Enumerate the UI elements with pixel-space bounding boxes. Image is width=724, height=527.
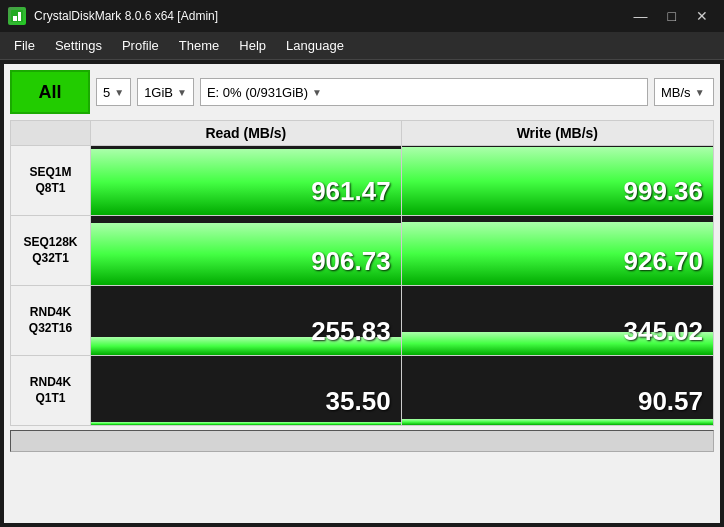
table-row: RND4KQ1T135.5090.57 [11, 356, 714, 426]
write-cell-0: 999.36 [401, 146, 713, 216]
window-title: CrystalDiskMark 8.0.6 x64 [Admin] [34, 9, 218, 23]
write-value-1: 926.70 [623, 246, 703, 277]
runs-dropdown-arrow: ▼ [114, 87, 124, 98]
col-header-read: Read (MB/s) [91, 121, 402, 146]
write-cell-1: 926.70 [401, 216, 713, 286]
units-dropdown[interactable]: MB/s ▼ [654, 78, 714, 106]
write-value-2: 345.02 [623, 316, 703, 347]
maximize-button[interactable]: □ [660, 7, 684, 25]
minimize-button[interactable]: — [626, 7, 656, 25]
write-value-0: 999.36 [623, 176, 703, 207]
units-dropdown-arrow: ▼ [695, 87, 705, 98]
title-bar-left: CrystalDiskMark 8.0.6 x64 [Admin] [8, 7, 218, 25]
read-value-1: 906.73 [311, 246, 391, 277]
read-cell-0: 961.47 [91, 146, 402, 216]
table-row: SEQ128KQ32T1906.73926.70 [11, 216, 714, 286]
title-bar: CrystalDiskMark 8.0.6 x64 [Admin] — □ ✕ [0, 0, 724, 32]
write-value-3: 90.57 [638, 386, 703, 417]
drive-value: E: 0% (0/931GiB) [207, 85, 308, 100]
menu-file[interactable]: File [4, 34, 45, 57]
close-button[interactable]: ✕ [688, 7, 716, 25]
table-row: SEQ1MQ8T1961.47999.36 [11, 146, 714, 216]
units-value: MB/s [661, 85, 691, 100]
benchmark-table: Read (MB/s) Write (MB/s) SEQ1MQ8T1961.47… [10, 120, 714, 426]
size-dropdown[interactable]: 1GiB ▼ [137, 78, 194, 106]
menu-help[interactable]: Help [229, 34, 276, 57]
read-cell-2: 255.83 [91, 286, 402, 356]
drive-dropdown[interactable]: E: 0% (0/931GiB) ▼ [200, 78, 648, 106]
row-label-1: SEQ128KQ32T1 [11, 216, 91, 286]
write-bar-3 [402, 419, 713, 425]
read-value-3: 35.50 [326, 386, 391, 417]
main-area: All 5 ▼ 1GiB ▼ E: 0% (0/931GiB) ▼ MB/s ▼… [4, 64, 720, 523]
menu-settings[interactable]: Settings [45, 34, 112, 57]
size-dropdown-arrow: ▼ [177, 87, 187, 98]
menu-theme[interactable]: Theme [169, 34, 229, 57]
svg-rect-1 [13, 16, 17, 21]
write-cell-2: 345.02 [401, 286, 713, 356]
svg-rect-2 [18, 12, 21, 21]
read-cell-3: 35.50 [91, 356, 402, 426]
write-cell-3: 90.57 [401, 356, 713, 426]
table-row: RND4KQ32T16255.83345.02 [11, 286, 714, 356]
menu-profile[interactable]: Profile [112, 34, 169, 57]
menu-bar: File Settings Profile Theme Help Languag… [0, 32, 724, 60]
read-bar-3 [91, 422, 401, 425]
row-label-3: RND4KQ1T1 [11, 356, 91, 426]
read-value-0: 961.47 [311, 176, 391, 207]
row-label-2: RND4KQ32T16 [11, 286, 91, 356]
col-header-label [11, 121, 91, 146]
menu-language[interactable]: Language [276, 34, 354, 57]
all-button[interactable]: All [10, 70, 90, 114]
app-icon [8, 7, 26, 25]
col-header-write: Write (MB/s) [401, 121, 713, 146]
read-value-2: 255.83 [311, 316, 391, 347]
runs-value: 5 [103, 85, 110, 100]
controls-row: All 5 ▼ 1GiB ▼ E: 0% (0/931GiB) ▼ MB/s ▼ [10, 70, 714, 114]
row-label-0: SEQ1MQ8T1 [11, 146, 91, 216]
runs-dropdown[interactable]: 5 ▼ [96, 78, 131, 106]
drive-dropdown-arrow: ▼ [312, 87, 322, 98]
status-bar [10, 430, 714, 452]
window-controls: — □ ✕ [626, 7, 716, 25]
read-cell-1: 906.73 [91, 216, 402, 286]
size-value: 1GiB [144, 85, 173, 100]
